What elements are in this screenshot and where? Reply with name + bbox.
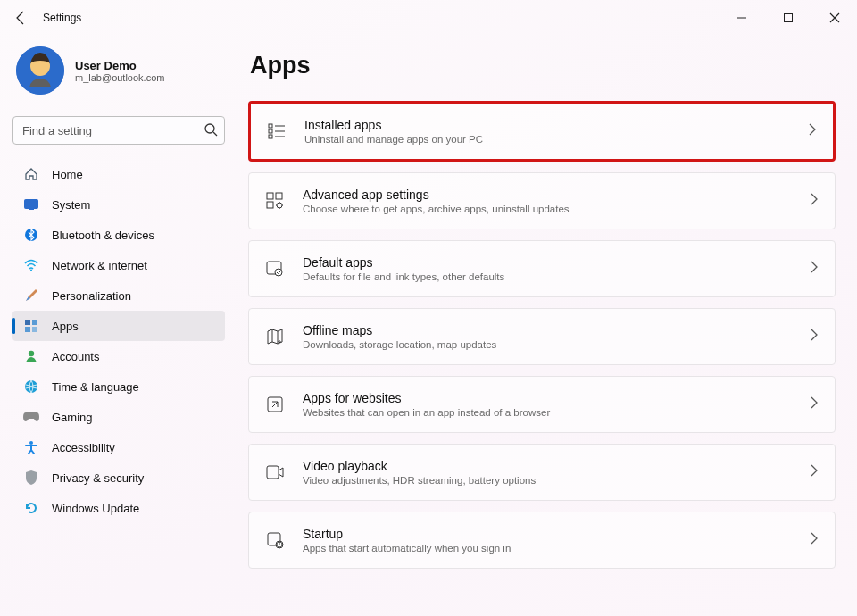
card-title: Video playback — [303, 459, 792, 473]
user-email: m_lab@outlook.com — [75, 72, 164, 83]
sidebar-item-personalization[interactable]: Personalization — [12, 280, 225, 311]
page-title: Apps — [250, 52, 836, 79]
svg-rect-12 — [25, 327, 30, 332]
sidebar: User Demo m_lab@outlook.com Home System … — [0, 36, 234, 616]
card-subtitle: Choose where to get apps, archive apps, … — [303, 204, 792, 214]
search-input[interactable] — [12, 116, 225, 145]
accessibility-icon — [23, 439, 39, 455]
card-default-apps[interactable]: Default apps Defaults for file and link … — [248, 240, 836, 297]
card-title: Installed apps — [304, 118, 790, 132]
chevron-right-icon — [810, 532, 819, 548]
gamepad-icon — [23, 409, 39, 425]
sidebar-item-time[interactable]: Time & language — [12, 371, 225, 402]
window-title: Settings — [43, 12, 81, 24]
user-block[interactable]: User Demo m_lab@outlook.com — [12, 43, 225, 98]
globe-icon — [23, 379, 39, 395]
sidebar-item-system[interactable]: System — [12, 189, 225, 220]
sidebar-item-label: Network & internet — [52, 259, 147, 272]
paintbrush-icon — [23, 287, 39, 304]
card-apps-for-websites[interactable]: Apps for websites Websites that can open… — [248, 376, 836, 433]
sidebar-item-label: Accessibility — [52, 441, 115, 454]
sidebar-item-accessibility[interactable]: Accessibility — [12, 432, 225, 462]
avatar — [16, 46, 64, 95]
chevron-right-icon — [810, 396, 819, 412]
main-content: Apps Installed apps Uninstall and manage… — [234, 36, 857, 616]
svg-point-14 — [29, 351, 34, 356]
sidebar-item-label: Privacy & security — [52, 471, 144, 485]
svg-rect-24 — [276, 193, 282, 199]
card-title: Apps for websites — [303, 391, 792, 405]
svg-point-15 — [25, 380, 37, 393]
close-button[interactable] — [820, 5, 850, 30]
sidebar-item-label: Personalization — [52, 289, 131, 303]
sidebar-item-gaming[interactable]: Gaming — [12, 402, 225, 432]
card-advanced-settings[interactable]: Advanced app settings Choose where to ge… — [248, 172, 836, 229]
wifi-icon — [23, 257, 39, 273]
card-subtitle: Uninstall and manage apps on your PC — [304, 134, 790, 145]
svg-rect-21 — [269, 135, 272, 138]
sidebar-item-label: Accounts — [52, 350, 99, 363]
svg-point-4 — [205, 124, 214, 133]
sidebar-item-label: Apps — [52, 320, 79, 333]
card-offline-maps[interactable]: Offline maps Downloads, storage location… — [248, 308, 836, 365]
sidebar-item-update[interactable]: Windows Update — [12, 493, 225, 523]
search-icon[interactable] — [204, 122, 218, 140]
default-apps-icon — [265, 259, 285, 279]
svg-line-5 — [213, 132, 217, 136]
svg-rect-17 — [269, 124, 272, 128]
update-icon — [23, 500, 39, 516]
shield-icon — [23, 470, 39, 486]
sidebar-item-label: System — [52, 198, 90, 212]
minimize-button[interactable] — [727, 5, 757, 30]
system-icon — [23, 196, 39, 212]
sidebar-item-home[interactable]: Home — [12, 159, 225, 189]
sidebar-item-label: Time & language — [52, 380, 139, 394]
home-icon — [23, 166, 39, 182]
sidebar-item-label: Bluetooth & devices — [52, 229, 154, 242]
svg-rect-7 — [29, 209, 34, 210]
card-subtitle: Apps that start automatically when you s… — [303, 543, 792, 554]
advanced-settings-icon — [265, 191, 285, 211]
maximize-button[interactable] — [773, 5, 803, 30]
offline-maps-icon — [265, 327, 285, 346]
chevron-right-icon — [810, 329, 819, 345]
sidebar-item-accounts[interactable]: Accounts — [12, 341, 225, 371]
nav: Home System Bluetooth & devices Network … — [12, 159, 225, 523]
sidebar-item-label: Home — [52, 168, 83, 181]
apps-icon — [23, 318, 39, 334]
startup-icon — [265, 530, 285, 550]
svg-point-26 — [277, 203, 282, 208]
person-icon — [23, 348, 39, 364]
bluetooth-icon — [23, 227, 39, 243]
sidebar-item-privacy[interactable]: Privacy & security — [12, 462, 225, 493]
apps-for-websites-icon — [265, 395, 285, 414]
settings-cards: Installed apps Uninstall and manage apps… — [248, 101, 836, 576]
search-box — [12, 116, 225, 145]
card-startup[interactable]: Startup Apps that start automatically wh… — [248, 512, 836, 569]
sidebar-item-network[interactable]: Network & internet — [12, 250, 225, 280]
svg-rect-11 — [32, 320, 37, 325]
chevron-right-icon — [810, 261, 819, 277]
svg-point-16 — [29, 441, 33, 445]
svg-point-28 — [275, 269, 282, 276]
svg-rect-1 — [785, 14, 793, 22]
card-title: Advanced app settings — [303, 187, 792, 202]
sidebar-item-label: Gaming — [52, 411, 93, 424]
svg-point-9 — [30, 270, 32, 271]
sidebar-item-label: Windows Update — [52, 502, 139, 515]
card-title: Default apps — [303, 255, 792, 270]
video-playback-icon — [265, 462, 285, 482]
chevron-right-icon — [810, 464, 819, 480]
installed-apps-icon — [267, 121, 287, 141]
card-installed-apps[interactable]: Installed apps Uninstall and manage apps… — [248, 101, 836, 162]
svg-rect-13 — [32, 327, 37, 332]
back-arrow-icon[interactable] — [14, 11, 29, 25]
card-title: Startup — [303, 527, 792, 541]
sidebar-item-bluetooth[interactable]: Bluetooth & devices — [12, 220, 225, 250]
user-name: User Demo — [75, 59, 164, 72]
card-subtitle: Defaults for file and link types, other … — [303, 271, 792, 282]
sidebar-item-apps[interactable]: Apps — [12, 311, 225, 341]
svg-rect-30 — [267, 466, 279, 479]
card-video-playback[interactable]: Video playback Video adjustments, HDR st… — [248, 444, 836, 501]
svg-rect-10 — [25, 320, 30, 325]
